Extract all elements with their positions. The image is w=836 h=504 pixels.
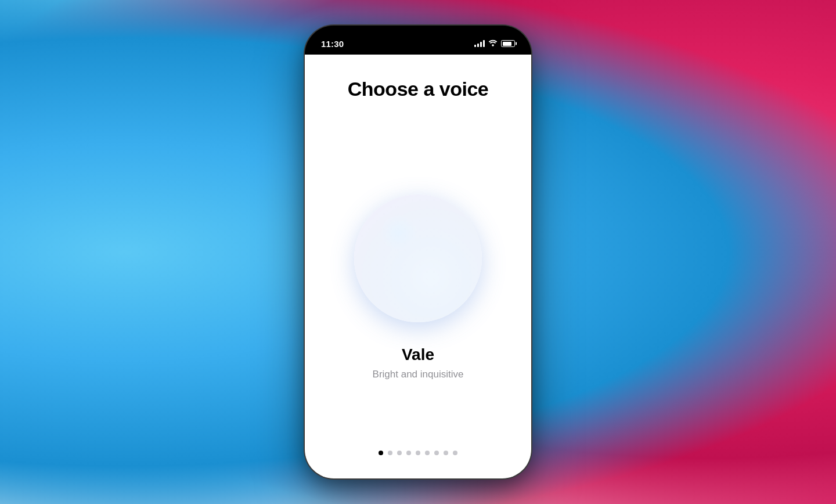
voice-orb-container: Vale Bright and inquisitive [316, 135, 520, 439]
page-title: Choose a voice [348, 78, 488, 100]
phone-screen: Choose a voice Vale Bright and inquisiti… [305, 55, 531, 478]
dot-7[interactable] [434, 451, 439, 455]
pagination-dots [379, 439, 457, 461]
wifi-icon [488, 39, 498, 48]
dot-2[interactable] [388, 451, 392, 455]
signal-bar-3 [480, 42, 482, 47]
signal-bar-2 [477, 44, 479, 47]
svg-point-0 [492, 44, 494, 46]
dot-8[interactable] [444, 451, 448, 455]
phone-frame: 11:30 [305, 26, 531, 478]
notch [374, 26, 462, 43]
screen-content: Choose a voice Vale Bright and inquisiti… [305, 55, 531, 478]
signal-bar-4 [483, 40, 485, 47]
status-icons [474, 39, 515, 48]
signal-bar-1 [474, 45, 476, 47]
status-time: 11:30 [321, 39, 344, 49]
battery-icon [501, 40, 515, 47]
status-bar: 11:30 [305, 26, 531, 55]
phone-device: 11:30 [305, 26, 531, 478]
signal-bars-icon [474, 40, 485, 47]
voice-orb[interactable] [354, 195, 482, 322]
voice-name: Vale [402, 345, 434, 364]
dot-3[interactable] [397, 451, 402, 455]
dot-9[interactable] [453, 451, 457, 455]
dot-4[interactable] [406, 451, 411, 455]
voice-description: Bright and inquisitive [373, 369, 464, 380]
dot-5[interactable] [416, 451, 420, 455]
dot-1[interactable] [379, 451, 383, 455]
dot-6[interactable] [425, 451, 430, 455]
